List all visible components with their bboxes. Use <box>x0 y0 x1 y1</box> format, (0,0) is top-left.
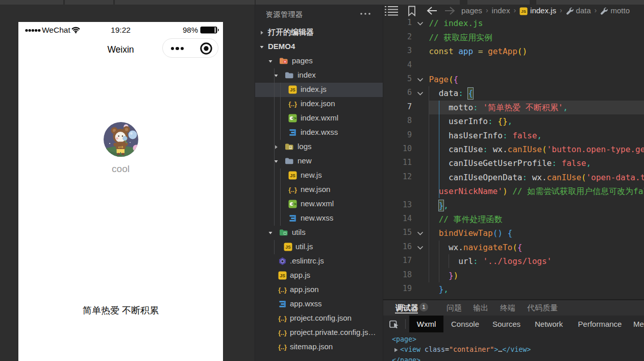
tree-item-sitemap.json[interactable]: {..}sitemap.json <box>255 340 383 354</box>
devtools-tab-performance[interactable]: Performance <box>569 316 631 332</box>
code-token: hasUserInfo <box>429 131 503 140</box>
code-token: wx. <box>488 145 508 154</box>
code-line-13[interactable]: }, <box>429 199 449 212</box>
code-token: canIUse <box>547 173 581 182</box>
wxml-file-icon: <> <box>288 200 297 208</box>
fold-chevron-icon[interactable] <box>417 21 424 26</box>
bookmark-icon[interactable] <box>408 6 416 16</box>
tree-item-project.config.json[interactable]: {..}project.config.json <box>255 311 383 326</box>
code-token: userNickName' <box>439 186 503 196</box>
capsule-buttons[interactable] <box>162 38 218 58</box>
code-token: ( <box>581 173 586 182</box>
code-line-8[interactable]: userInfo: {}, <box>429 114 512 128</box>
devtools-tab-bar: WxmlConsoleSourcesNetworkPerformanceMemo… <box>383 316 644 332</box>
code-line-9[interactable]: hasUserInfo: false, <box>429 129 542 142</box>
breadcrumb-item-index[interactable]: index <box>492 6 510 15</box>
devtools-tab-memory[interactable]: Memory <box>633 316 644 332</box>
dom-token: > <box>494 346 498 353</box>
line-number: 12 <box>383 172 412 181</box>
fold-chevron-icon[interactable] <box>417 231 424 235</box>
code-line-6[interactable]: data: { <box>429 86 473 100</box>
tree-item-label: project.config.json <box>290 314 352 322</box>
debug-tab-debugger[interactable]: 调试器 <box>395 303 418 313</box>
code-line-18[interactable]: }) <box>429 269 458 282</box>
tree-item-.eslintrc.js[interactable]: .eslintrc.js <box>255 254 383 269</box>
breadcrumb-item-motto[interactable]: motto <box>610 6 630 15</box>
code-line-3[interactable]: const app = getApp() <box>429 44 527 58</box>
wechat-devtools-window: WeChat 19:22 98% Weixin c=3 cool 简单热爱 不断… <box>0 0 644 361</box>
debug-tab-code-quality[interactable]: 代码质量 <box>527 303 558 313</box>
tree-item-label: new.wxml <box>301 199 334 208</box>
code-line-wrap[interactable]: userNickName') // 如需尝试获取用户信息可改为false <box>429 184 644 198</box>
code-line-15[interactable]: bindViewTap() { <box>429 226 512 240</box>
code-token: : <box>473 256 478 266</box>
code-token: ( <box>512 243 517 252</box>
code-line-12[interactable]: canIUseOpenData: wx.canIUse('open-data.t… <box>429 171 644 184</box>
tree-item-app.wxss[interactable]: app.wxss <box>255 297 383 311</box>
tree-item-label: app.json <box>290 285 319 294</box>
user-avatar[interactable]: c=3 <box>104 122 138 157</box>
tree-item-pages[interactable]: pages <box>255 54 383 68</box>
breadcrumb-item-pages[interactable]: pages <box>461 6 482 15</box>
fold-chevron-icon[interactable] <box>417 91 424 95</box>
breadcrumb-item-index.js[interactable]: index.js <box>530 6 556 15</box>
code-editor[interactable]: 1// index.js2// 获取应用实例3const app = getAp… <box>383 16 644 299</box>
code-line-2[interactable]: // 获取应用实例 <box>429 31 492 44</box>
outline-list-icon[interactable] <box>385 5 399 16</box>
code-line-16[interactable]: wx.navigateTo({ <box>429 240 522 254</box>
exit-record-icon[interactable] <box>200 42 213 55</box>
code-line-17[interactable]: url: '../logs/logs' <box>429 254 552 268</box>
chevron-expanded-icon[interactable] <box>268 59 273 64</box>
code-line-14[interactable]: // 事件处理函数 <box>429 212 502 226</box>
tree-item-app.js[interactable]: JSapp.js <box>255 269 383 283</box>
dom-node-row[interactable]: <page> <box>392 335 416 343</box>
code-token <box>429 271 449 280</box>
tree-item-label: .eslintrc.js <box>290 256 324 265</box>
folder-logs-icon <box>285 142 293 151</box>
debug-tab-problems[interactable]: 问题 <box>447 303 462 313</box>
chevron-collapsed-icon[interactable] <box>259 30 264 35</box>
code-token: ( <box>449 75 454 84</box>
debug-tab-terminal[interactable]: 终端 <box>500 303 515 313</box>
fold-chevron-icon[interactable] <box>417 246 424 250</box>
code-token: getApp <box>488 46 517 56</box>
tree-item-label: new.json <box>301 185 330 194</box>
wrench-symbol-icon <box>600 7 608 15</box>
toolbar-strip-gap <box>460 0 467 5</box>
dom-expand-arrow-icon[interactable] <box>394 348 398 352</box>
code-token: // 事件处理函数 <box>429 214 502 224</box>
debug-tab-output[interactable]: 输出 <box>473 303 488 313</box>
tree-item-app.json[interactable]: {..}app.json <box>255 283 383 297</box>
tree-item--[interactable]: 打开的编辑器 <box>255 26 383 40</box>
code-token: : <box>488 116 493 126</box>
code-line-10[interactable]: canIUse: wx.canIUse('button.open-type.ge… <box>429 142 644 156</box>
chevron-expanded-icon[interactable] <box>268 230 273 235</box>
dom-node-row[interactable]: </page> <box>392 356 420 361</box>
code-token: // 获取应用实例 <box>429 33 492 42</box>
code-token: {} <box>498 116 507 126</box>
code-line-7[interactable]: motto: '简单热爱 不断积累', <box>429 101 568 114</box>
inspect-element-icon[interactable] <box>389 319 401 330</box>
code-line-5[interactable]: Page({ <box>429 73 458 86</box>
line-number: 15 <box>383 228 412 237</box>
battery-percent: 98% <box>183 26 197 34</box>
code-token: = <box>478 46 483 56</box>
dom-node-row[interactable]: <view class="container">…</view> <box>400 346 531 353</box>
forward-arrow-icon[interactable] <box>444 6 456 15</box>
back-arrow-icon[interactable] <box>426 6 437 15</box>
svg-text:{..}: {..} <box>288 101 297 108</box>
line-number: 17 <box>383 256 412 265</box>
code-line-1[interactable]: // index.js <box>429 16 483 30</box>
code-token: } <box>449 271 454 280</box>
fold-chevron-icon[interactable] <box>417 78 424 82</box>
breadcrumb-item-data[interactable]: data <box>576 6 591 15</box>
tree-item-project.private.config.js-[interactable]: {..}project.private.config.js… <box>255 326 383 340</box>
json-file-icon: {..} <box>278 285 287 294</box>
tree-item-utils[interactable]: utils <box>255 226 383 240</box>
code-token <box>429 228 438 238</box>
more-actions-icon[interactable] <box>360 11 372 18</box>
code-line-19[interactable]: }, <box>429 282 449 296</box>
tree-item-demo4[interactable]: DEMO4 <box>255 40 383 54</box>
code-line-11[interactable]: canIUseGetUserProfile: false, <box>429 156 591 170</box>
chevron-expanded-icon[interactable] <box>259 44 264 50</box>
